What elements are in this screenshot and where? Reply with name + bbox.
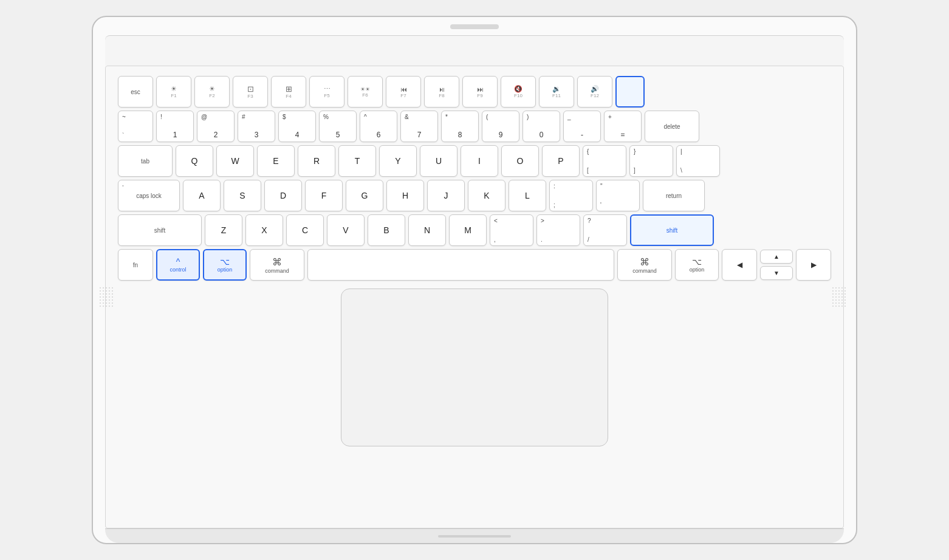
function-row: esc ☀ F1 ☀ F2 ⊡ F3 ⊞ F4 (118, 76, 831, 108)
qwerty-row: tab Q W E R T Y U I O P { [ } ] | \ (118, 145, 831, 177)
key-0[interactable]: ) 0 (522, 111, 560, 142)
key-3[interactable]: # 3 (238, 111, 275, 142)
key-shift-left[interactable]: shift (118, 214, 202, 246)
key-return[interactable]: return (643, 180, 705, 211)
key-m[interactable]: M (449, 214, 487, 246)
key-n[interactable]: N (408, 214, 446, 246)
key-option-left[interactable]: ⌥ option (203, 249, 247, 281)
key-y[interactable]: Y (379, 145, 417, 177)
key-j[interactable]: J (427, 180, 465, 211)
key-equals[interactable]: + = (604, 111, 642, 142)
key-f1[interactable]: ☀ F1 (156, 76, 191, 108)
key-f12[interactable]: 🔊 F12 (577, 76, 612, 108)
key-slash[interactable]: ? / (583, 214, 627, 246)
key-9[interactable]: ( 9 (482, 111, 519, 142)
key-p[interactable]: P (542, 145, 580, 177)
key-u[interactable]: U (420, 145, 457, 177)
key-o[interactable]: O (501, 145, 539, 177)
key-option-right[interactable]: ⌥ option (675, 249, 719, 281)
key-8[interactable]: * 8 (441, 111, 479, 142)
arrow-up-down-group: ▲ ▼ (760, 250, 793, 280)
key-power[interactable] (615, 76, 645, 108)
key-arrow-down[interactable]: ▼ (760, 266, 793, 280)
number-row: ~ ` ! 1 @ 2 # 3 $ 4 % 5 (118, 111, 831, 142)
key-4[interactable]: $ 4 (278, 111, 316, 142)
bottom-row: fn ^ control ⌥ option ⌘ command ⌘ comm (118, 249, 831, 281)
key-tab[interactable]: tab (118, 145, 173, 177)
key-period[interactable]: > . (536, 214, 580, 246)
key-i[interactable]: I (461, 145, 498, 177)
key-f11[interactable]: 🔉 F11 (539, 76, 574, 108)
key-f5[interactable]: ⋯ F5 (309, 76, 344, 108)
key-f9[interactable]: ⏭ F9 (462, 76, 498, 108)
key-comma[interactable]: < , (490, 214, 533, 246)
key-1[interactable]: ! 1 (156, 111, 194, 142)
laptop-bottom (105, 528, 844, 543)
key-quote[interactable]: " ' (596, 180, 640, 211)
key-f[interactable]: F (305, 180, 343, 211)
key-f7[interactable]: ⏮ F7 (386, 76, 421, 108)
key-r[interactable]: R (298, 145, 335, 177)
key-shift-right[interactable]: shift (630, 214, 714, 246)
key-g[interactable]: G (346, 180, 383, 211)
key-backslash[interactable]: | \ (676, 145, 720, 177)
key-f3[interactable]: ⊡ F3 (233, 76, 268, 108)
side-dots-right (832, 66, 849, 528)
key-v[interactable]: V (327, 214, 365, 246)
key-bracket-right[interactable]: } ] (629, 145, 673, 177)
key-arrow-up[interactable]: ▲ (760, 250, 793, 264)
key-fn[interactable]: fn (118, 249, 153, 281)
key-5[interactable]: % 5 (319, 111, 357, 142)
key-w[interactable]: W (216, 145, 254, 177)
key-delete[interactable]: delete (645, 111, 699, 142)
keyboard: esc ☀ F1 ☀ F2 ⊡ F3 ⊞ F4 (105, 66, 844, 528)
trackpad-area (118, 284, 831, 454)
key-semicolon[interactable]: : ; (549, 180, 593, 211)
key-minus[interactable]: _ - (563, 111, 601, 142)
key-f10[interactable]: 🔇 F10 (501, 76, 536, 108)
screen-area (105, 35, 844, 66)
key-f8[interactable]: ⏯ F8 (424, 76, 459, 108)
key-f6[interactable]: ☀☀ F6 (348, 76, 383, 108)
bottom-vent (438, 535, 511, 538)
key-bracket-left[interactable]: { [ (583, 145, 626, 177)
key-k[interactable]: K (468, 180, 505, 211)
key-7[interactable]: & 7 (400, 111, 438, 142)
key-control[interactable]: ^ control (156, 249, 200, 281)
laptop-notch (450, 24, 499, 29)
key-command-left[interactable]: ⌘ command (250, 249, 304, 281)
key-e[interactable]: E (257, 145, 295, 177)
key-h[interactable]: H (386, 180, 424, 211)
key-z[interactable]: Z (205, 214, 242, 246)
laptop-body: esc ☀ F1 ☀ F2 ⊡ F3 ⊞ F4 (92, 16, 857, 544)
asdf-row: • caps lock A S D F G H J K L : ; " ' re… (118, 180, 831, 211)
key-space[interactable] (307, 249, 614, 281)
key-f4[interactable]: ⊞ F4 (271, 76, 306, 108)
key-command-right[interactable]: ⌘ command (617, 249, 672, 281)
key-tilde[interactable]: ~ ` (118, 111, 153, 142)
key-f2[interactable]: ☀ F2 (194, 76, 230, 108)
key-2[interactable]: @ 2 (197, 111, 235, 142)
key-b[interactable]: B (368, 214, 405, 246)
key-s[interactable]: S (224, 180, 261, 211)
key-arrow-left[interactable]: ◀ (722, 249, 757, 281)
zxcv-row: shift Z X C V B N M < , > . ? / shift (118, 214, 831, 246)
trackpad[interactable] (341, 289, 608, 446)
key-esc[interactable]: esc (118, 76, 153, 108)
key-q[interactable]: Q (176, 145, 213, 177)
key-arrow-right[interactable]: ▶ (796, 249, 831, 281)
key-d[interactable]: D (264, 180, 302, 211)
key-c[interactable]: C (286, 214, 324, 246)
key-t[interactable]: T (338, 145, 376, 177)
key-caps-lock[interactable]: • caps lock (118, 180, 180, 211)
key-6[interactable]: ^ 6 (360, 111, 397, 142)
side-dots-left (100, 66, 117, 528)
key-a[interactable]: A (183, 180, 221, 211)
key-x[interactable]: X (245, 214, 283, 246)
key-l[interactable]: L (509, 180, 546, 211)
